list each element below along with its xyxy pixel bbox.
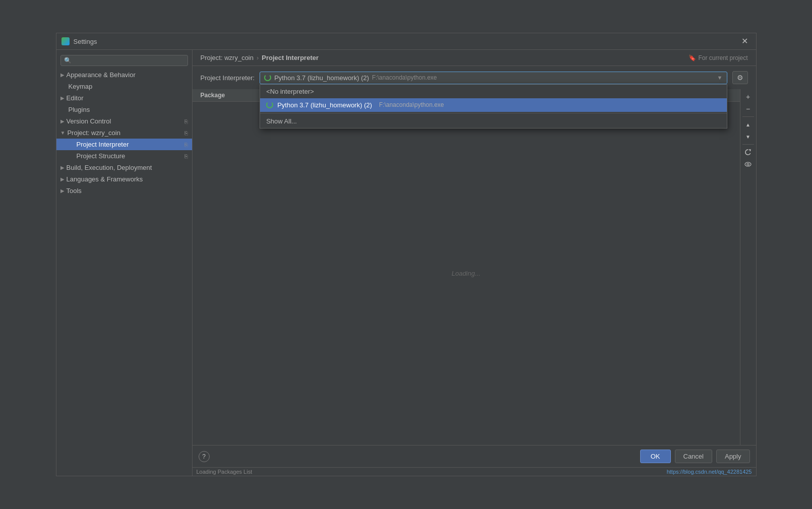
breadcrumb-current: Project Interpreter [262,54,319,61]
dropdown-item-show-all[interactable]: Show All... [260,114,726,128]
divider2 [742,144,754,145]
cancel-button[interactable]: Cancel [675,450,712,463]
sidebar-item-label: Tools [67,187,82,195]
title-bar-left: Settings [61,37,97,45]
dropdown-item-python37[interactable]: Python 3.7 (lizhu_homework) (2) F:\anaco… [260,98,726,112]
arrow-icon: ▶ [60,188,65,194]
sidebar-item-label: Version Control [67,117,111,125]
loading-text: Loading... [452,270,480,277]
sidebar-item-languages[interactable]: ▶ Languages & Frameworks [56,173,192,185]
bottom-left: ? [199,451,210,462]
sidebar-item-keymap[interactable]: Keymap [56,81,192,92]
copy-icon: ⎘ [184,153,188,159]
refresh-button[interactable] [742,147,754,158]
bottom-bar: ? OK Cancel Apply [193,445,756,467]
close-button[interactable]: ✕ [738,36,751,46]
arrow-icon: ▶ [60,165,65,170]
arrow-icon: ▶ [60,118,65,124]
interpreter-label: Project Interpreter: [201,74,255,82]
dialog-title: Settings [74,38,97,45]
sidebar-item-project-structure[interactable]: Project Structure ⎘ [56,150,192,162]
remove-package-button[interactable]: − [742,103,754,114]
sidebar-item-label: Project: wzry_coin [67,129,120,137]
scroll-up-button[interactable]: ▲ [742,119,754,130]
tag-text: For current project [698,54,747,61]
sidebar-item-label: Build, Execution, Deployment [67,164,152,171]
dropdown-menu: <No interpreter> Python 3.7 (lizhu_homew… [260,84,727,129]
sidebar-item-label: Languages & Frameworks [67,175,143,183]
sidebar-item-label: Keymap [69,83,93,90]
status-bar: Loading Packages List https://blog.csdn.… [193,467,756,476]
sidebar: 🔍 ▶ Appearance & Behavior Keymap ▶ Edito… [56,50,193,476]
interpreter-selected-path: F:\anaconda\python.exe [372,74,437,81]
search-input[interactable] [74,57,184,64]
dropdown-item-no-interpreter[interactable]: <No interpreter> [260,85,726,98]
interpreter-row: Project Interpreter: Python 3.7 (lizhu_h… [193,66,756,89]
search-box[interactable]: 🔍 [60,55,188,66]
main-panel: Project: wzry_coin › Project Interpreter… [193,50,756,476]
sidebar-item-editor[interactable]: ▶ Editor [56,92,192,104]
svg-point-0 [745,162,751,166]
sidebar-item-label: Editor [67,94,84,102]
dropdown-separator [260,113,726,113]
no-interpreter-label: <No interpreter> [266,88,314,95]
arrow-icon: ▶ [60,176,65,182]
divider [742,116,754,117]
python-icon [266,101,273,108]
sidebar-item-label: Plugins [69,106,90,113]
table-area: Package Version Latest version Loading..… [193,89,740,445]
status-link[interactable]: https://blog.csdn.net/qq_42281425 [667,469,752,475]
sidebar-item-tools[interactable]: ▶ Tools [56,185,192,197]
add-package-button[interactable]: + [742,91,754,102]
table-container: Package Version Latest version Loading..… [193,89,756,445]
title-bar: Settings ✕ [56,33,756,50]
help-button[interactable]: ? [199,451,210,462]
search-icon: 🔍 [64,57,72,64]
interpreter-dropdown-text: Python 3.7 (lizhu_homework) (2) F:\anaco… [264,74,714,82]
breadcrumb-project: Project: wzry_coin [201,54,254,61]
copy-icon: ⎘ [184,130,188,136]
copy-icon: ⎘ [184,142,188,148]
chevron-down-icon: ▼ [717,75,723,81]
arrow-icon: ▶ [60,95,65,101]
sidebar-item-appearance[interactable]: ▶ Appearance & Behavior [56,69,192,81]
show-all-label: Show All... [266,117,297,125]
interpreter-dropdown-wrapper: Python 3.7 (lizhu_homework) (2) F:\anaco… [260,72,727,84]
breadcrumb: Project: wzry_coin › Project Interpreter… [193,50,756,66]
copy-icon: ⎘ [184,118,188,124]
python-spinner-icon [264,74,271,81]
sidebar-item-version-control[interactable]: ▶ Version Control ⎘ [56,115,192,127]
sidebar-item-label: Appearance & Behavior [67,71,136,79]
scroll-down-button[interactable]: ▼ [742,131,754,142]
eye-icon [744,162,752,167]
refresh-icon [744,149,752,156]
breadcrumb-separator: › [257,54,259,61]
ok-button[interactable]: OK [640,450,671,463]
sidebar-item-plugins[interactable]: Plugins [56,104,192,115]
interpreter-selected-name: Python 3.7 (lizhu_homework) (2) [274,74,369,82]
bottom-right: OK Cancel Apply [640,450,750,463]
arrow-icon: ▶ [60,72,65,78]
table-body: Loading... [193,102,740,445]
sidebar-item-label: Project Structure [77,152,126,160]
python37-label: Python 3.7 (lizhu_homework) (2) [277,101,372,109]
sidebar-item-project[interactable]: ▼ Project: wzry_coin ⎘ [56,127,192,139]
sidebar-item-label: Project Interpreter [77,141,129,148]
sidebar-item-build[interactable]: ▶ Build, Execution, Deployment [56,162,192,173]
settings-dialog: Settings ✕ 🔍 ▶ Appearance & Behavior Key… [56,33,757,476]
apply-button[interactable]: Apply [716,450,750,463]
right-actions: + − ▲ ▼ [740,89,756,445]
tag-icon: 🔖 [689,54,696,61]
content-area: 🔍 ▶ Appearance & Behavior Keymap ▶ Edito… [56,50,756,476]
eye-button[interactable] [742,159,754,170]
app-icon [61,37,70,45]
interpreter-dropdown[interactable]: Python 3.7 (lizhu_homework) (2) F:\anaco… [260,72,727,84]
gear-button[interactable]: ⚙ [732,71,748,84]
svg-point-1 [747,163,749,165]
arrow-expanded-icon: ▼ [60,130,66,136]
sidebar-item-project-interpreter[interactable]: Project Interpreter ⎘ [56,139,192,150]
python37-path: F:\anaconda\python.exe [379,101,444,108]
status-text: Loading Packages List [197,469,663,475]
breadcrumb-tag: 🔖 For current project [689,54,747,61]
